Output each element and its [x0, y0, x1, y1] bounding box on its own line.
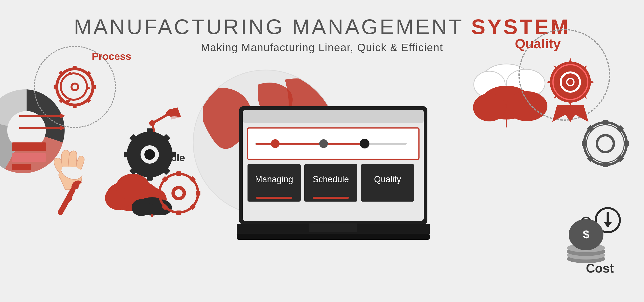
svg-line-7 — [88, 72, 90, 74]
wrench-hand-icon — [41, 130, 114, 215]
svg-point-67 — [319, 139, 328, 148]
svg-point-84 — [473, 94, 506, 122]
svg-text:$: $ — [583, 228, 590, 241]
svg-rect-30 — [170, 152, 176, 158]
cost-label: Cost — [586, 261, 614, 276]
svg-rect-103 — [582, 141, 586, 146]
svg-rect-101 — [603, 120, 608, 125]
svg-text:Schedule: Schedule — [313, 174, 349, 184]
svg-line-9 — [88, 100, 90, 102]
page: MANUFACTURING MANAGEMENT SYSTEM Making M… — [0, 0, 644, 302]
svg-rect-102 — [603, 162, 608, 167]
svg-text:Quality: Quality — [374, 174, 401, 184]
laptop: Managing Schedule Quality — [237, 104, 430, 250]
cost-icon: $ — [560, 206, 627, 267]
svg-marker-18 — [60, 126, 65, 130]
svg-text:Managing: Managing — [255, 174, 293, 184]
svg-marker-16 — [60, 114, 65, 118]
svg-rect-121 — [581, 219, 591, 226]
process-label: Process — [92, 51, 131, 62]
svg-rect-76 — [313, 197, 349, 199]
svg-rect-29 — [124, 152, 129, 158]
svg-marker-11 — [86, 86, 90, 90]
page-subtitle: Making Manufacturing Linear, Quick & Eff… — [74, 42, 570, 54]
svg-line-8 — [60, 100, 62, 102]
svg-rect-47 — [176, 172, 181, 176]
process-gear-icon — [52, 64, 98, 110]
svg-point-23 — [149, 120, 155, 126]
right-gear-icon — [580, 118, 631, 170]
svg-point-111 — [600, 139, 610, 148]
svg-rect-62 — [243, 110, 424, 123]
svg-point-43 — [132, 199, 151, 216]
svg-point-56 — [175, 189, 182, 197]
svg-rect-79 — [237, 234, 430, 240]
svg-point-25 — [168, 116, 180, 120]
svg-rect-20 — [12, 153, 46, 162]
title-part1: MANUFACTURING MANAGEMENT — [74, 15, 471, 39]
svg-rect-48 — [176, 210, 181, 215]
title-area: MANUFACTURING MANAGEMENT SYSTEM Making M… — [74, 14, 570, 54]
svg-marker-114 — [604, 222, 612, 228]
svg-rect-75 — [256, 197, 292, 199]
svg-rect-49 — [157, 191, 161, 196]
svg-rect-27 — [147, 128, 152, 134]
svg-rect-104 — [624, 141, 629, 146]
svg-rect-78 — [309, 223, 358, 232]
svg-point-14 — [72, 84, 77, 89]
svg-point-41 — [116, 174, 150, 200]
svg-point-68 — [360, 139, 370, 148]
award-badge-icon — [534, 47, 606, 130]
svg-rect-19 — [12, 142, 46, 151]
svg-point-66 — [271, 139, 280, 148]
svg-point-37 — [144, 149, 155, 160]
svg-line-6 — [60, 72, 62, 74]
page-title: MANUFACTURING MANAGEMENT SYSTEM — [74, 14, 570, 39]
svg-rect-21 — [12, 164, 32, 170]
